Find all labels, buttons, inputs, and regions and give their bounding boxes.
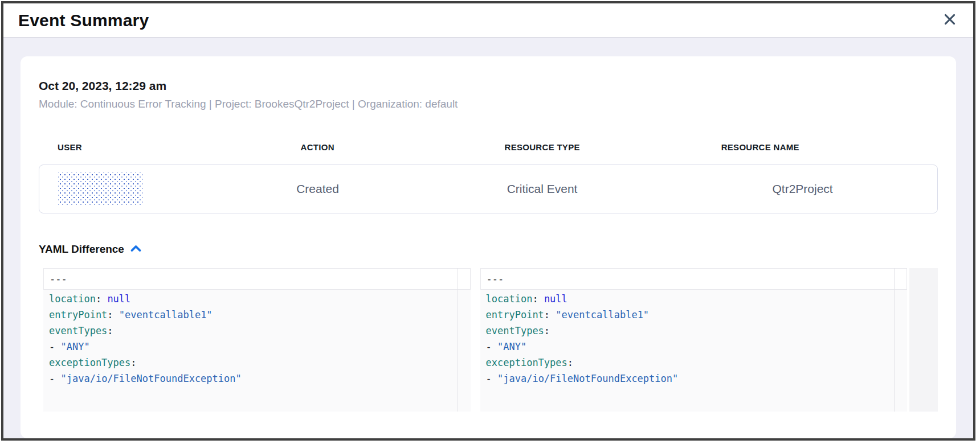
table-row: Created Critical Event Qtr2Project xyxy=(39,165,938,213)
user-cell xyxy=(39,172,219,205)
yaml-code-line: eventTypes: xyxy=(43,323,471,339)
event-summary-modal: Event Summary Oct 20, 2023, 12:29 am Mod… xyxy=(1,1,975,441)
yaml-panel-right[interactable]: ---location: nullentryPoint: "eventcalla… xyxy=(480,268,908,412)
column-header-resource-name: RESOURCE NAME xyxy=(668,142,938,152)
close-button[interactable] xyxy=(940,11,959,30)
yaml-code-line: exceptionTypes: xyxy=(480,355,908,371)
modal-header: Event Summary xyxy=(3,3,973,38)
modal-title: Event Summary xyxy=(18,11,149,30)
yaml-code-line: location: null xyxy=(43,291,471,307)
event-date: Oct 20, 2023, 12:29 am xyxy=(39,79,938,93)
yaml-code-line: eventTypes: xyxy=(480,323,908,339)
vertical-scrollbar-track[interactable] xyxy=(909,268,938,412)
close-icon xyxy=(942,11,958,29)
yaml-code-line: entryPoint: "eventcallable1" xyxy=(43,307,471,323)
event-meta: Module: Continuous Error Tracking | Proj… xyxy=(39,98,938,110)
yaml-code-line: - "java/io/FileNotFoundException" xyxy=(43,371,471,387)
column-header-resource-type: RESOURCE TYPE xyxy=(416,142,668,152)
redacted-user-avatar xyxy=(58,172,142,205)
yaml-code-line: location: null xyxy=(480,291,908,307)
audit-table-header: USER ACTION RESOURCE TYPE RESOURCE NAME xyxy=(39,142,938,152)
yaml-code-line: exceptionTypes: xyxy=(43,355,471,371)
yaml-code-line: entryPoint: "eventcallable1" xyxy=(480,307,908,323)
yaml-code-line: - "ANY" xyxy=(43,339,471,355)
resource-name-cell: Qtr2Project xyxy=(668,182,937,196)
yaml-panel-left[interactable]: ---location: nullentryPoint: "eventcalla… xyxy=(43,268,471,412)
modal-body: Oct 20, 2023, 12:29 am Module: Continuou… xyxy=(3,38,973,438)
yaml-difference-toggle[interactable]: YAML Difference xyxy=(39,243,142,256)
yaml-code-line: - "ANY" xyxy=(480,339,908,355)
yaml-code-line: --- xyxy=(43,268,471,290)
yaml-code-line: --- xyxy=(480,268,908,290)
column-header-action: ACTION xyxy=(219,142,416,152)
event-card: Oct 20, 2023, 12:29 am Module: Continuou… xyxy=(21,56,956,438)
chevron-up-icon xyxy=(130,244,142,255)
yaml-difference-label: YAML Difference xyxy=(39,243,124,256)
column-header-user: USER xyxy=(39,142,219,152)
action-cell: Created xyxy=(219,182,416,196)
yaml-diff-viewer: ---location: nullentryPoint: "eventcalla… xyxy=(43,268,938,412)
yaml-code-line: - "java/io/FileNotFoundException" xyxy=(480,371,908,387)
resource-type-cell: Critical Event xyxy=(416,182,668,196)
